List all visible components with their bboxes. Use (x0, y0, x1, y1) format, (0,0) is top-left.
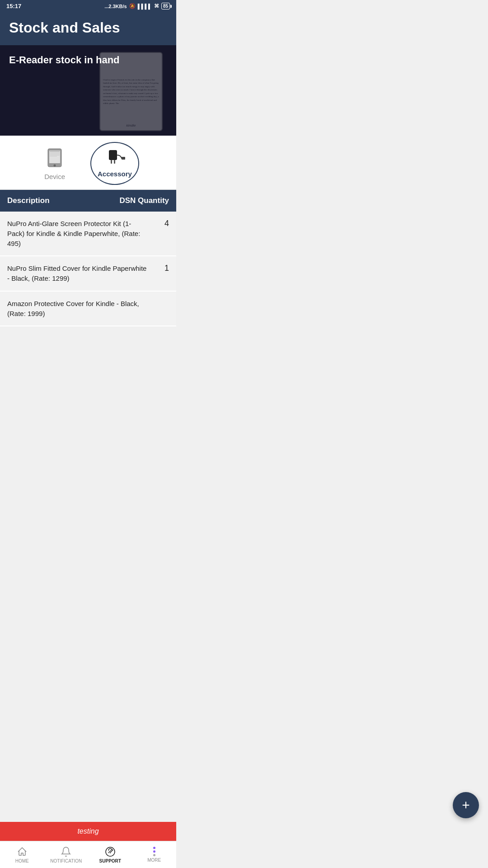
svg-rect-5 (50, 154, 60, 155)
nav-more[interactable]: MORE (132, 841, 177, 868)
more-icon (153, 847, 155, 856)
nav-more-label: MORE (147, 858, 161, 863)
svg-rect-10 (111, 160, 112, 164)
nav-notification-label: NOTIFICATION (50, 859, 82, 863)
testing-label: testing (77, 827, 99, 835)
mute-icon: 🔕 (129, 3, 136, 9)
svg-rect-12 (122, 157, 125, 160)
wifi-icon: ⌘ (154, 3, 159, 9)
time: 15:17 (6, 3, 21, 9)
home-icon (17, 846, 28, 857)
hero-text: E-Reader stock in hand (9, 54, 120, 66)
nav-support-label: SUPPORT (99, 859, 121, 863)
row-description-3: Amazon Protective Cover for Kindle - Bla… (7, 299, 155, 319)
signal-icon: ▌▌▌▌ (138, 4, 152, 9)
svg-rect-6 (50, 155, 60, 156)
row-description-1: NuPro Anti-Glare Screen Protector Kit (1… (7, 219, 155, 248)
testing-banner: testing (0, 822, 176, 841)
table-row: NuPro Anti-Glare Screen Protector Kit (1… (0, 212, 176, 256)
svg-rect-11 (114, 160, 115, 164)
svg-rect-2 (50, 151, 60, 152)
battery-indicator: 85 (161, 3, 170, 9)
network-speed: ...2.3KB/s (104, 4, 127, 9)
svg-point-8 (54, 165, 56, 167)
nav-notification[interactable]: NOTIFICATION (44, 841, 89, 868)
column-quantity: DSN Quantity (119, 196, 169, 205)
tab-device[interactable]: Device (37, 145, 72, 185)
hero-overlay: E-Reader stock in hand (0, 45, 176, 136)
nav-home[interactable]: HOME (0, 841, 44, 868)
table-row: Amazon Protective Cover for Kindle - Bla… (0, 292, 176, 327)
tab-section: Device Accessory (0, 136, 176, 190)
table-row: NuPro Slim Fitted Cover for Kindle Paper… (0, 256, 176, 292)
tab-accessory[interactable]: Accessory (90, 142, 139, 185)
accessory-icon (104, 149, 125, 166)
row-description-2: NuPro Slim Fitted Cover for Kindle Paper… (7, 264, 155, 283)
support-icon (105, 846, 116, 857)
svg-rect-9 (109, 150, 117, 160)
status-bar: 15:17 ...2.3KB/s 🔕 ▌▌▌▌ ⌘ 85 (0, 0, 176, 12)
svg-rect-4 (50, 153, 60, 154)
row-quantity-2: 1 (155, 264, 169, 273)
page-title: Stock and Sales (9, 19, 167, 36)
bottom-navigation: HOME NOTIFICATION SUPPORT MORE (0, 841, 176, 868)
tab-device-label: Device (44, 173, 65, 180)
notification-icon (61, 846, 71, 857)
table-header: Description DSN Quantity (0, 190, 176, 212)
nav-support[interactable]: SUPPORT (88, 841, 132, 868)
nav-home-label: HOME (15, 859, 29, 863)
row-quantity-1: 4 (155, 219, 169, 228)
column-description: Description (7, 196, 50, 205)
device-icon (47, 148, 63, 169)
app-header: Stock and Sales (0, 12, 176, 45)
svg-rect-3 (50, 152, 60, 153)
tab-accessory-label: Accessory (98, 170, 132, 178)
svg-rect-7 (50, 156, 57, 156)
hero-section: I had to forgive Finnick for his role in… (0, 45, 176, 136)
status-icons: ...2.3KB/s 🔕 ▌▌▌▌ ⌘ 85 (104, 3, 170, 9)
